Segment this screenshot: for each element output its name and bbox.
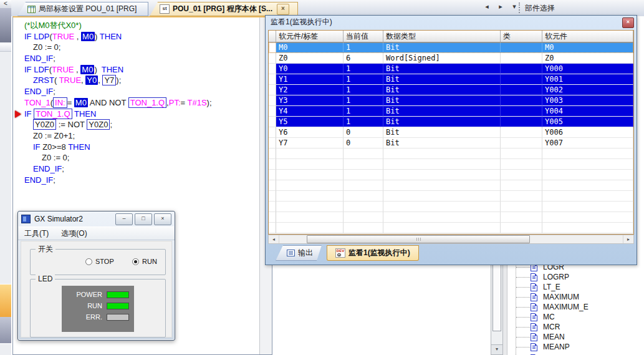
watch-cell: [383, 191, 501, 202]
code-token: M0: [74, 98, 88, 107]
watch-column-header[interactable]: 类: [501, 31, 542, 42]
scrollbar-thumb[interactable]: [307, 235, 530, 243]
code-line: Z0 := 0;: [24, 152, 258, 163]
code-line: (*以M0替代X0*): [24, 20, 258, 31]
minimize-button[interactable]: –: [115, 213, 133, 225]
watch-table-row[interactable]: Y51BitY005: [269, 117, 633, 127]
watch-empty-row: [269, 148, 633, 159]
watch-table-row[interactable]: Y70BitY007: [269, 138, 633, 148]
watch-table-row[interactable]: Y21BitY002: [269, 85, 633, 95]
row-selector: [269, 180, 276, 191]
radio-run-icon[interactable]: [132, 258, 139, 265]
row-selector[interactable]: [269, 85, 276, 95]
dock-segment-highlight[interactable]: [0, 284, 11, 318]
watch-table-row[interactable]: Y60BitY006: [269, 127, 633, 138]
code-token: ): [94, 65, 101, 74]
watch-cell: [276, 170, 344, 180]
eye-icon: [337, 253, 341, 256]
watch-cell: Bit: [383, 95, 501, 106]
row-selector[interactable]: [269, 74, 276, 85]
tree-item[interactable]: MAXIMUM_E: [507, 302, 644, 312]
scroll-left-icon[interactable]: ◂: [269, 235, 279, 243]
row-selector[interactable]: [269, 127, 276, 138]
watch-column-header[interactable]: 当前值: [344, 31, 383, 42]
tree-item[interactable]: LOGRP: [507, 272, 644, 282]
tree-item[interactable]: MEANP: [507, 342, 644, 352]
watch-bottom-tabs: 输出 DEV 监看1(监视执行中): [269, 245, 634, 263]
tab-watch1[interactable]: DEV 监看1(监视执行中): [327, 245, 419, 261]
row-selector[interactable]: [269, 106, 276, 117]
row-selector[interactable]: [269, 53, 276, 64]
tree-item[interactable]: MCR: [507, 322, 644, 332]
watch-table[interactable]: 软元件/标签当前值数据类型类软元件 M01BitM0Z06Word[Signed…: [268, 30, 634, 235]
tree-item[interactable]: MAXIMUM: [507, 292, 644, 302]
dock-collapse-button[interactable]: <: [0, 0, 11, 8]
tree-item-label: MC: [543, 313, 555, 321]
simulator-menubar: 工具(T) 选项(O): [18, 226, 175, 240]
watch-cell: [344, 170, 383, 180]
code-token: IN:: [53, 97, 67, 108]
row-selector[interactable]: [269, 64, 276, 74]
menu-item-tools[interactable]: 工具(T): [24, 228, 49, 239]
watch-cell: Bit: [383, 127, 501, 138]
watch-cell: [501, 53, 542, 64]
radio-stop-icon[interactable]: [85, 258, 92, 265]
simulator-client-area: 开关 STOP RUN LED POWERRUNERR.: [21, 241, 172, 338]
watch-table-row[interactable]: Y11BitY001: [269, 74, 633, 85]
nav-next-button[interactable]: ▸: [496, 2, 505, 11]
tree-item[interactable]: MC: [507, 312, 644, 322]
tree-item[interactable]: LT_E: [507, 282, 644, 292]
watch-cell: [501, 202, 542, 212]
watch-table-row[interactable]: Y31BitY003: [269, 95, 633, 106]
watch-cell: [542, 159, 633, 170]
row-selector[interactable]: [269, 95, 276, 106]
dock-segment[interactable]: [0, 8, 11, 44]
simulator-titlebar[interactable]: GX Simulator2 – □ ×: [18, 212, 175, 226]
watch-cell: 1: [344, 95, 383, 106]
row-selector: [269, 170, 276, 180]
tab-program-body[interactable]: st POU_01 [PRG] 程序本体 [S... ×: [150, 2, 298, 16]
watch-column-header[interactable]: 数据类型: [383, 31, 501, 42]
scroll-right-icon[interactable]: ▸: [623, 235, 633, 243]
radio-run[interactable]: RUN: [132, 258, 157, 265]
execution-pointer-icon: [15, 110, 21, 118]
code-token: THEN: [100, 32, 122, 41]
watch-cell: [501, 74, 542, 85]
output-list-icon: [287, 250, 295, 256]
watch-table-row[interactable]: M01BitM0: [269, 42, 633, 53]
tab-close-button[interactable]: ×: [277, 4, 289, 15]
watch-table-row[interactable]: Y41BitY004: [269, 106, 633, 117]
tab-local-label-settings[interactable]: 局部标签设置 POU_01 [PRG]: [17, 2, 148, 16]
row-selector[interactable]: [269, 42, 276, 53]
close-button[interactable]: ×: [154, 213, 171, 225]
code-line: Z0 := 0;: [24, 42, 258, 53]
watch-cell: Y4: [276, 106, 344, 117]
row-selector[interactable]: [269, 138, 276, 148]
menu-item-options[interactable]: 选项(O): [61, 228, 87, 239]
tree-item[interactable]: MEAN: [507, 332, 644, 342]
watch-column-header[interactable]: 软元件/标签: [276, 31, 344, 42]
toolbar-separator: [519, 2, 520, 13]
watch-table-row[interactable]: Z06Word[Signed]Z0: [269, 53, 633, 64]
tab-output[interactable]: 输出: [276, 245, 325, 261]
watch-cell: [501, 106, 542, 117]
radio-stop[interactable]: STOP: [85, 258, 114, 265]
scrollbar-track[interactable]: [279, 235, 623, 243]
row-selector[interactable]: [269, 117, 276, 127]
watch-cell: 1: [344, 42, 383, 53]
scroll-down-icon[interactable]: ▾: [491, 344, 502, 354]
watch-table-row[interactable]: Y01BitY000: [269, 64, 633, 74]
watch-close-button[interactable]: ×: [622, 17, 634, 28]
watch-cell: Bit: [383, 138, 501, 148]
dock-segment[interactable]: [0, 44, 11, 52]
watch-column-header[interactable]: 软元件: [542, 31, 633, 42]
code-token: END_IF: [24, 54, 53, 63]
watch-cell: [542, 191, 633, 202]
watch-hscrollbar[interactable]: ◂ ▸: [268, 235, 634, 244]
switch-group-label: 开关: [36, 245, 55, 253]
tab-list-dropdown-button[interactable]: ▾: [510, 2, 519, 11]
dock-segment[interactable]: [0, 317, 11, 344]
restore-button[interactable]: □: [135, 213, 152, 225]
nav-prev-button[interactable]: ◂: [483, 2, 491, 11]
code-token: IF: [24, 109, 34, 119]
